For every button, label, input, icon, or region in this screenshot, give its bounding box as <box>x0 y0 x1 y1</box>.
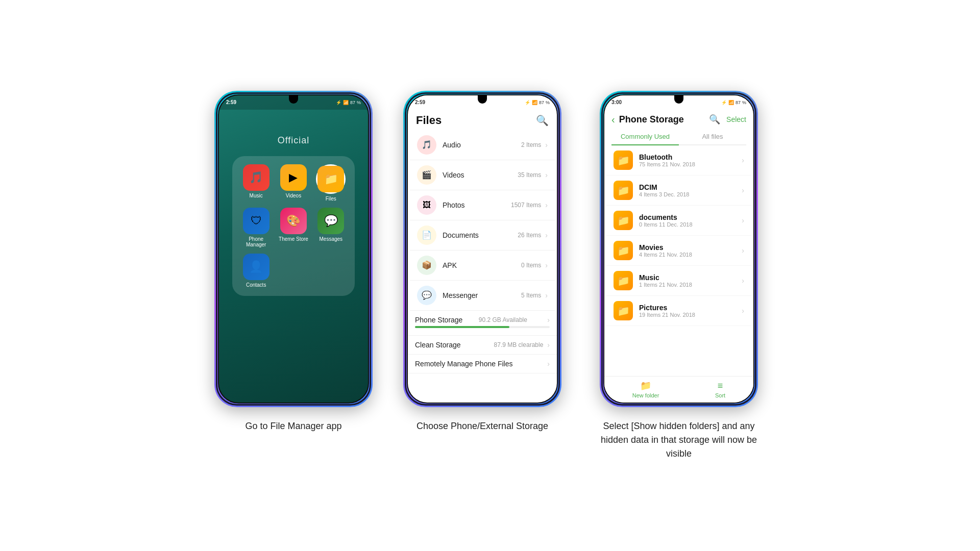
videos-icon: ▶ <box>280 164 307 191</box>
folder-row-dcim[interactable]: 📁 DCIM 4 Items 3 Dec. 2018 › <box>606 176 751 206</box>
sort-label: Sort <box>715 392 725 398</box>
folder-info-dcim: DCIM 4 Items 3 Dec. 2018 <box>639 183 742 197</box>
file-row-photos[interactable]: 🖼 Photos 1507 Items › <box>410 190 555 220</box>
file-name-videos: Videos <box>443 171 518 179</box>
folder-row-documents[interactable]: 📁 documents 0 Items 11 Dec. 2018 › <box>606 206 751 236</box>
app-contacts-label: Contacts <box>246 282 266 288</box>
folder-meta-dcim: 4 Items 3 Dec. 2018 <box>639 191 742 197</box>
phone-frame-3: 3:00 ⚡ 📶 87% ‹ Phone Storage 🔍 Select Co… <box>600 91 758 407</box>
phone-storage-section[interactable]: Phone Storage 90.2 GB Available › <box>408 311 557 336</box>
sort-button[interactable]: ≡ Sort <box>715 381 725 398</box>
file-name-documents: Documents <box>443 231 518 239</box>
folder-name-music: Music <box>639 273 742 282</box>
phone-section-1: 2:59 ⚡ 📶 87% Official 🎵 Music ▶ Videos <box>214 91 373 433</box>
folder-icon-movies: 📁 <box>614 241 633 260</box>
chevron-audio: › <box>545 141 548 149</box>
files-header: Files 🔍 <box>408 110 557 130</box>
folder-icon-bluetooth: 📁 <box>614 151 633 170</box>
doc-icon: 📄 <box>417 226 436 245</box>
new-folder-button[interactable]: 📁 New folder <box>632 380 659 398</box>
remote-manage-row[interactable]: Remotely Manage Phone Files › <box>408 355 557 373</box>
files-title: Files <box>416 114 442 127</box>
file-row-audio[interactable]: 🎵 Audio 2 Items › <box>410 130 555 160</box>
messenger-icon: 💬 <box>417 286 436 305</box>
folder-row-pictures[interactable]: 📁 Pictures 19 Items 21 Nov. 2018 › <box>606 296 751 326</box>
files-circle: 📁 <box>316 164 346 194</box>
status-icons-3: ⚡ 📶 87% <box>721 100 746 105</box>
folder-icon-documents: 📁 <box>614 211 633 230</box>
storage-header-title: Phone Storage <box>619 114 705 125</box>
folder-name-pictures: Pictures <box>639 304 742 312</box>
app-phone-manager-label: Phone Manager <box>240 236 272 247</box>
app-videos-label: Videos <box>286 193 301 198</box>
phone-screen-1: 2:59 ⚡ 📶 87% Official 🎵 Music ▶ Videos <box>218 94 369 404</box>
app-music[interactable]: 🎵 Music <box>240 164 272 202</box>
tabs-row: Commonly Used All files <box>611 129 746 145</box>
caption-1: Go to File Manager app <box>245 419 341 433</box>
app-videos[interactable]: ▶ Videos <box>278 164 309 202</box>
folder-info-movies: Movies 4 Items 21 Nov. 2018 <box>639 243 742 258</box>
clean-storage-row[interactable]: Clean Storage 87.9 MB clearable › <box>408 336 557 355</box>
phone-storage-title: Phone Storage <box>415 316 462 324</box>
theme-store-icon: 🎨 <box>280 208 307 234</box>
file-count-apk: 0 Items <box>521 262 541 269</box>
music-icon: 🎵 <box>243 164 270 191</box>
back-button[interactable]: ‹ <box>611 114 615 126</box>
file-row-documents[interactable]: 📄 Documents 26 Items › <box>410 220 555 251</box>
folder-icon-music: 📁 <box>614 271 633 290</box>
folder-list: 📁 Bluetooth 75 Items 21 Nov. 2018 › 📁 <box>604 145 753 326</box>
phone-storage-info: 90.2 GB Available <box>479 316 527 323</box>
storage-search-button[interactable]: 🔍 <box>709 114 720 125</box>
status-time-3: 3:00 <box>611 99 622 105</box>
file-name-messenger: Messenger <box>443 291 521 299</box>
home-folder-label: Official <box>219 110 368 146</box>
status-icons-2: ⚡ 📶 87% <box>525 100 550 105</box>
storage-bar-wrap <box>415 326 550 328</box>
file-count-audio: 2 Items <box>521 141 541 148</box>
app-theme-store-label: Theme Store <box>279 236 308 242</box>
files-icon: 📁 <box>317 166 344 192</box>
chevron-apk: › <box>545 261 548 269</box>
chevron-messenger: › <box>545 291 548 299</box>
file-name-apk: APK <box>443 261 521 269</box>
file-name-photos: Photos <box>443 201 511 209</box>
app-theme-store[interactable]: 🎨 Theme Store <box>278 208 309 247</box>
file-row-messenger[interactable]: 💬 Messenger 5 Items › <box>410 281 555 311</box>
tab-all-files[interactable]: All files <box>679 129 746 144</box>
folder-row-movies[interactable]: 📁 Movies 4 Items 21 Nov. 2018 › <box>606 236 751 266</box>
file-list: 🎵 Audio 2 Items › 🎬 Videos 35 Items › <box>408 130 557 311</box>
apps-folder: 🎵 Music ▶ Videos 📁 Files <box>232 156 355 296</box>
folder-name-movies: Movies <box>639 243 742 252</box>
messages-icon: 💬 <box>317 208 344 234</box>
sort-icon: ≡ <box>718 381 723 391</box>
folder-name-documents: documents <box>639 213 742 221</box>
phone-screen-2: 2:59 ⚡ 📶 87% Files 🔍 🎵 Audio 2 Items <box>407 94 558 404</box>
folder-info-bluetooth: Bluetooth 75 Items 21 Nov. 2018 <box>639 153 742 167</box>
folder-row-bluetooth[interactable]: 📁 Bluetooth 75 Items 21 Nov. 2018 › <box>606 145 751 176</box>
status-time-2: 2:59 <box>415 99 425 105</box>
app-messages-label: Messages <box>320 236 343 242</box>
chevron-documents: › <box>545 231 548 239</box>
tab-commonly-used[interactable]: Commonly Used <box>611 129 679 145</box>
phone-screen-3: 3:00 ⚡ 📶 87% ‹ Phone Storage 🔍 Select Co… <box>603 94 754 404</box>
file-name-audio: Audio <box>443 141 521 149</box>
phone-frame-2: 2:59 ⚡ 📶 87% Files 🔍 🎵 Audio 2 Items <box>403 91 561 407</box>
app-files[interactable]: 📁 Files <box>315 164 347 202</box>
clean-storage-info: 87.9 MB clearable <box>494 341 544 348</box>
app-contacts[interactable]: 👤 Contacts <box>240 254 272 288</box>
video-icon: 🎬 <box>417 165 436 185</box>
select-button[interactable]: Select <box>726 115 746 123</box>
file-count-videos: 35 Items <box>518 171 541 179</box>
remote-manage-name: Remotely Manage Phone Files <box>415 360 547 368</box>
folder-meta-movies: 4 Items 21 Nov. 2018 <box>639 252 742 258</box>
new-folder-icon: 📁 <box>640 380 651 391</box>
folder-row-music[interactable]: 📁 Music 1 Items 21 Nov. 2018 › <box>606 266 751 296</box>
files-screen: 2:59 ⚡ 📶 87% Files 🔍 🎵 Audio 2 Items <box>408 95 557 403</box>
file-row-videos[interactable]: 🎬 Videos 35 Items › <box>410 160 555 190</box>
file-row-apk[interactable]: 📦 APK 0 Items › <box>410 251 555 281</box>
app-phone-manager[interactable]: 🛡 Phone Manager <box>240 208 272 247</box>
app-messages[interactable]: 💬 Messages <box>315 208 347 247</box>
apk-icon: 📦 <box>417 256 436 275</box>
caption-3: Select [Show hidden folders] and any hid… <box>592 419 766 461</box>
search-icon[interactable]: 🔍 <box>536 114 549 127</box>
